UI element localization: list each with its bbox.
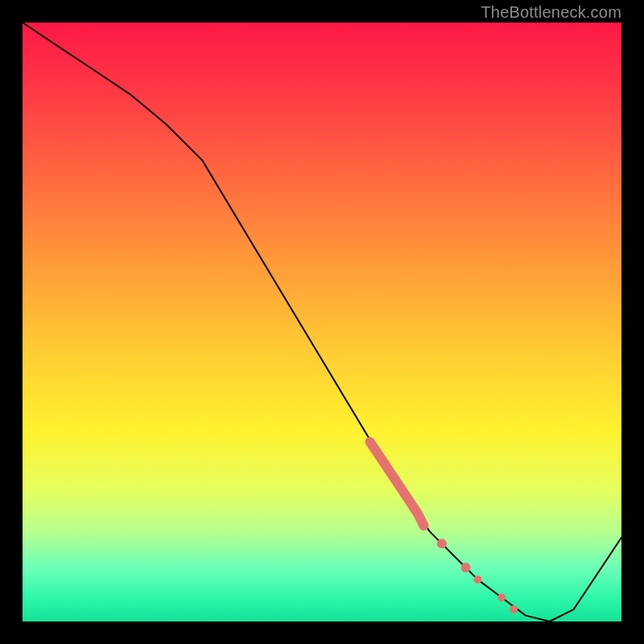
highlight-point	[510, 605, 518, 613]
highlight-segment	[370, 442, 424, 526]
highlight-point	[461, 563, 471, 572]
bottleneck-curve	[23, 23, 621, 621]
highlight-point	[437, 539, 447, 548]
chart-frame: TheBottleneck.com	[0, 0, 644, 644]
chart-overlay-svg	[23, 23, 621, 621]
watermark-text: TheBottleneck.com	[481, 3, 621, 22]
highlight-point	[497, 593, 506, 601]
highlight-point	[473, 576, 481, 584]
